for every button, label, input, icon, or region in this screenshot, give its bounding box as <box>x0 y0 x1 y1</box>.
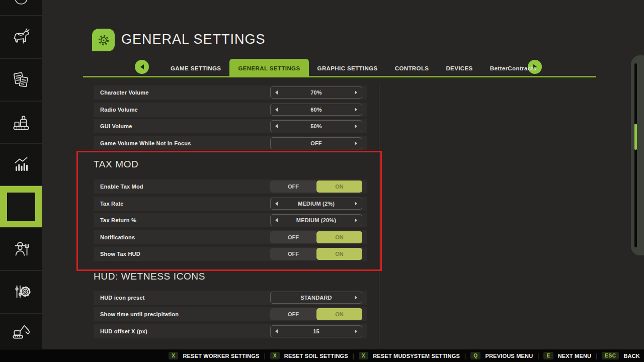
stepper-right-arrow-icon[interactable] <box>355 218 357 222</box>
next-menu-button[interactable]: E NEXT MENU <box>543 352 591 359</box>
toggle-off-button[interactable]: OFF <box>270 231 316 243</box>
section-title-tax-mod: TAX MOD <box>94 159 138 170</box>
toggle-on-button[interactable]: ON <box>316 180 362 193</box>
footer-separator: | <box>464 352 466 359</box>
setting-row-gui-volume: GUI Volume 50% <box>94 119 367 133</box>
stepper-left-arrow-icon[interactable] <box>275 329 278 333</box>
toggle-off-button[interactable]: OFF <box>270 248 316 260</box>
stepper-value: 50% <box>310 123 322 129</box>
setting-row-show-precipitation-time: Show time until precipitation OFF ON <box>94 307 367 321</box>
back-button[interactable]: ESC BACK <box>602 352 640 359</box>
clock-partial-icon <box>11 0 31 11</box>
sidebar-item-animals[interactable] <box>0 16 42 58</box>
setting-row-hud-icon-preset: HUD icon preset STANDARD <box>94 291 367 305</box>
tab-graphic-settings[interactable]: GRAPHIC SETTINGS <box>309 59 386 77</box>
toggle-off-button[interactable]: OFF <box>270 180 316 193</box>
stepper-right-arrow-icon[interactable] <box>355 90 357 95</box>
stepper-left-arrow-icon[interactable] <box>275 218 278 222</box>
footer-separator: | <box>596 352 597 359</box>
setting-row-character-volume: Character Volume 70% <box>94 85 367 100</box>
stepper-value: MEDIUM (20%) <box>296 217 336 223</box>
page-scrollbar-thumb[interactable] <box>634 124 637 150</box>
stepper-value: 15 <box>313 328 319 334</box>
stepper-right-arrow-icon[interactable] <box>355 202 357 206</box>
stepper-left-arrow-icon[interactable] <box>275 90 278 95</box>
setting-row-game-volume-focus: Game Volume While Not In Focus OFF <box>94 136 367 150</box>
stepper-left-arrow-icon[interactable] <box>275 124 278 128</box>
stepper-right-arrow-icon[interactable] <box>355 108 357 112</box>
tab-general-settings[interactable]: GENERAL SETTINGS <box>229 59 308 77</box>
stepper-right-arrow-icon[interactable] <box>355 141 357 145</box>
setting-label: Radio Volume <box>100 103 138 117</box>
footer-separator: | <box>264 352 266 359</box>
list-scroll-track[interactable] <box>379 83 379 345</box>
production-icon <box>11 112 32 133</box>
previous-menu-button[interactable]: Q PREVIOUS MENU <box>470 352 533 359</box>
setting-label: Show Tax HUD <box>100 247 140 261</box>
setting-row-radio-volume: Radio Volume 60% <box>94 103 367 117</box>
footer-separator: | <box>537 352 539 359</box>
tab-devices[interactable]: DEVICES <box>437 59 481 77</box>
sidebar-item-production[interactable] <box>0 102 42 143</box>
reset-worker-settings-button[interactable]: X RESET WORKER SETTINGS <box>169 352 259 359</box>
sidebar-item-contracts[interactable] <box>0 59 42 101</box>
footer-separator: | <box>353 352 354 359</box>
setting-row-hud-offset-x: HUD offset X (px) 15 <box>94 324 367 338</box>
radio-volume-stepper[interactable]: 60% <box>270 104 362 116</box>
key-badge-esc: ESC <box>602 352 619 359</box>
tabs-prev-button[interactable] <box>135 60 149 74</box>
show-tax-hud-toggle: OFF ON <box>270 248 362 260</box>
sidebar-item-construction[interactable] <box>0 314 42 349</box>
footer-action-label: RESET SOIL SETTINGS <box>284 353 348 359</box>
tab-game-settings[interactable]: GAME SETTINGS <box>162 59 229 77</box>
precipitation-time-toggle: OFF ON <box>270 308 362 320</box>
stepper-left-arrow-icon[interactable] <box>275 108 278 112</box>
toggle-on-button[interactable]: ON <box>316 231 362 243</box>
gear-icon <box>95 32 112 49</box>
reset-mudsystem-settings-button[interactable]: X RESET MUDSYSTEM SETTINGS <box>359 352 460 359</box>
tax-return-stepper[interactable]: MEDIUM (20%) <box>270 214 362 226</box>
stepper-right-arrow-icon[interactable] <box>355 329 357 333</box>
stepper-value: MEDIUM (2%) <box>298 201 335 207</box>
toggle-on-button[interactable]: ON <box>316 308 362 320</box>
sidebar-item-mod-settings[interactable] <box>0 271 42 313</box>
tax-rate-stepper[interactable]: MEDIUM (2%) <box>270 198 362 210</box>
selected-indicator-arrow <box>36 198 42 216</box>
sidebar-item-partial[interactable] <box>0 0 42 15</box>
cow-icon <box>11 27 32 48</box>
toggle-off-button[interactable]: OFF <box>270 308 316 320</box>
stepper-right-arrow-icon[interactable] <box>355 124 357 128</box>
page-scrollbar-track[interactable] <box>634 63 637 247</box>
reset-soil-settings-button[interactable]: X RESET SOIL SETTINGS <box>270 352 348 359</box>
setting-row-tax-rate: Tax Rate MEDIUM (2%) <box>94 197 367 211</box>
setting-label: Character Volume <box>100 85 149 100</box>
stepper-value: STANDARD <box>300 295 332 301</box>
excavator-icon <box>11 321 32 342</box>
page-scrollbar-panel <box>631 55 644 255</box>
left-arrow-icon <box>140 64 144 69</box>
footer-action-label: RESET MUDSYSTEM SETTINGS <box>373 353 460 359</box>
setting-label: Enable Tax Mod <box>100 179 143 194</box>
setting-label: HUD offset X (px) <box>100 324 147 338</box>
stepper-left-arrow-icon[interactable] <box>275 202 278 206</box>
setting-label: Show time until precipitation <box>100 307 179 321</box>
footer-action-label: NEXT MENU <box>558 353 592 359</box>
hud-offset-x-stepper[interactable]: 15 <box>270 325 362 337</box>
sidebar <box>0 0 42 349</box>
gui-volume-stepper[interactable]: 50% <box>270 120 362 132</box>
sidebar-item-general-settings[interactable] <box>0 186 42 227</box>
character-volume-stepper[interactable]: 70% <box>270 86 362 99</box>
hud-icon-preset-stepper[interactable]: STANDARD <box>270 292 362 304</box>
game-volume-focus-stepper[interactable]: OFF <box>270 137 362 149</box>
tab-controls[interactable]: CONTROLS <box>386 59 438 77</box>
general-settings-screen: { "header": { "title": "GENERAL SETTINGS… <box>0 0 644 362</box>
sidebar-item-statistics[interactable] <box>0 144 42 185</box>
setting-row-tax-return: Tax Return % MEDIUM (20%) <box>94 213 367 227</box>
key-badge-e: E <box>543 352 553 359</box>
sidebar-item-characters[interactable] <box>0 228 42 270</box>
general-settings-icon <box>7 193 35 221</box>
footer-action-label: PREVIOUS MENU <box>485 353 533 359</box>
stepper-right-arrow-icon[interactable] <box>355 296 357 300</box>
toggle-on-button[interactable]: ON <box>316 248 362 260</box>
tab-bettercontracts[interactable]: BetterContracts <box>481 59 545 77</box>
